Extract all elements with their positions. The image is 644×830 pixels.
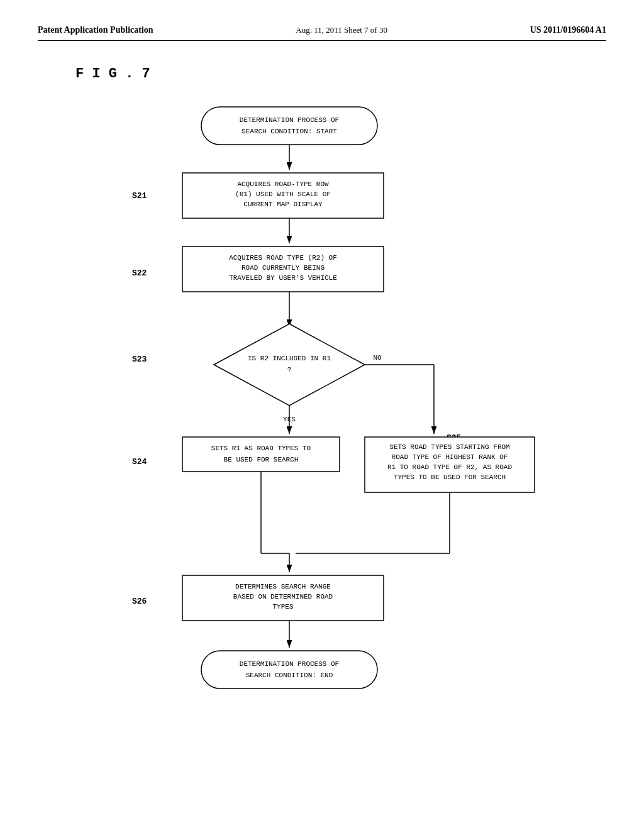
flowchart-container: text { font-family: 'Courier New', Couri… [75,101,566,783]
flowchart-svg: text { font-family: 'Courier New', Couri… [75,101,553,780]
svg-rect-20 [201,651,377,689]
s22-label: S22 [132,268,147,278]
header-date-sheet: Aug. 11, 2011 Sheet 7 of 30 [296,25,387,35]
s23-line2: ? [287,366,292,374]
s22-line2: ROAD CURRENTLY BEING [242,264,325,272]
s24-line2: BE USED FOR SEARCH [224,456,299,463]
no-label: NO [373,354,382,362]
svg-rect-1 [201,107,377,145]
s24-label: S24 [132,457,147,467]
s26-line1: DETERMINES SEARCH RANGE [235,583,331,590]
s22-line1: ACQUIRES ROAD TYPE (R2) OF [229,254,337,262]
s23-label: S23 [132,355,147,364]
s22-line3: TRAVELED BY USER'S VEHICLE [229,274,337,282]
s25-line2: ROAD TYPE OF HIGHEST RANK OF [392,453,508,461]
start-line1: DETERMINATION PROCESS OF [240,116,339,124]
page-header: Patent Application Publication Aug. 11, … [38,25,606,41]
header-patent-number: US 2011/0196604 A1 [530,25,606,35]
s25-line1: SETS ROAD TYPES STARTING FROM [389,443,509,451]
s24-line1: SETS R1 AS ROAD TYPES TO [211,445,311,452]
s21-label: S21 [132,191,147,201]
end-line1: DETERMINATION PROCESS OF [240,660,339,668]
s26-label: S26 [132,597,147,606]
s26-line2: BASED ON DETERMINED ROAD [233,593,333,600]
figure-title: F I G . 7 [75,66,606,82]
s26-line3: TYPES [272,603,293,611]
s25-line4: TYPES TO BE USED FOR SEARCH [394,473,506,481]
svg-marker-7 [214,324,365,406]
s21-line2: (R1) USED WITH SCALE OF [235,191,331,198]
s21-line3: CURRENT MAP DISPLAY [243,201,323,208]
s23-line1: IS R2 INCLUDED IN R1 [248,355,331,362]
page: Patent Application Publication Aug. 11, … [0,0,644,830]
svg-rect-11 [182,437,340,472]
s21-line1: ACQUIRES ROAD-TYPE ROW [237,180,329,188]
start-line2: SEARCH CONDITION: START [242,128,337,135]
s25-line3: R1 TO ROAD TYPE OF R2, AS ROAD [387,463,512,471]
end-line2: SEARCH CONDITION: END [246,672,333,679]
header-publication: Patent Application Publication [38,25,153,35]
